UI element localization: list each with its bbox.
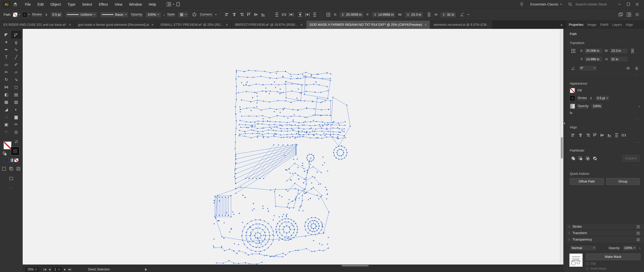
close-tab-icon[interactable]: ×: [425, 23, 427, 27]
appearance-opacity-link[interactable]: Opacity: [578, 104, 588, 108]
stroke-panel-header[interactable]: ◇ Stroke: [566, 223, 644, 230]
corners-chevron-icon[interactable]: [215, 14, 217, 15]
style-dropdown[interactable]: [178, 12, 189, 18]
menu-edit[interactable]: Edit: [34, 2, 47, 6]
width-tool[interactable]: ⋈: [2, 83, 11, 91]
tab-overflow-icon[interactable]: »: [558, 21, 565, 29]
transform-x-field[interactable]: 20.006 in: [584, 48, 603, 54]
minus-front-icon[interactable]: [577, 155, 584, 162]
dist-horiz-icon[interactable]: [281, 11, 287, 18]
close-tab-icon[interactable]: ×: [300, 23, 302, 27]
selection-tool[interactable]: ◤: [2, 31, 11, 38]
stroke-swatch[interactable]: [11, 147, 19, 155]
h-field[interactable]: 32 in: [440, 12, 456, 18]
none-button[interactable]: [14, 158, 19, 162]
arrange-documents-icon[interactable]: [166, 1, 172, 8]
panel-tab-layers[interactable]: Layers: [612, 23, 622, 27]
horizontal-scrollbar[interactable]: [23, 265, 563, 267]
draw-normal-icon[interactable]: [1, 165, 7, 172]
menu-icon[interactable]: [634, 11, 640, 18]
rotate-angle-dropdown[interactable]: 0°: [579, 65, 597, 71]
fill-swatch[interactable]: [3, 141, 12, 150]
hand-tool[interactable]: ☞: [2, 128, 11, 136]
document-tab-4[interactable]: 0BIFESTYPREVIEW.ai* @ 16.67% (RGB/...×: [232, 21, 306, 29]
rectangle-tool[interactable]: ▭: [2, 61, 11, 68]
fill-swatch-control[interactable]: [13, 12, 20, 17]
type-tool[interactable]: T: [2, 53, 11, 61]
panel-tab-properties[interactable]: Properties: [569, 23, 583, 27]
perspective-grid-tool[interactable]: ▤: [11, 91, 21, 98]
link-dimensions-icon[interactable]: [629, 47, 636, 54]
align-left-icon[interactable]: [224, 11, 230, 18]
menu-file[interactable]: File: [22, 2, 34, 6]
group-button[interactable]: Group: [606, 178, 640, 185]
menu-view[interactable]: View: [111, 2, 126, 6]
blend-mode-dropdown[interactable]: Normal: [569, 245, 597, 251]
close-button[interactable]: [633, 1, 641, 8]
line-segment-tool[interactable]: ╱: [11, 53, 21, 61]
transparency-opacity-field[interactable]: 100%: [622, 245, 637, 251]
vertical-scrollbar[interactable]: [560, 29, 563, 265]
appearance-stroke-swatch[interactable]: [570, 96, 575, 101]
object-thumbnail[interactable]: [569, 253, 583, 267]
default-fill-stroke-icon[interactable]: [3, 152, 7, 156]
stack-icon[interactable]: [617, 11, 624, 18]
stroke-chevron-icon[interactable]: [28, 14, 30, 15]
exclude-icon[interactable]: [591, 155, 598, 162]
lasso-tool[interactable]: ϱ: [11, 38, 21, 46]
gradient-tool[interactable]: ▧: [11, 98, 21, 106]
appearance-fill-swatch[interactable]: [570, 88, 575, 93]
close-tab-icon[interactable]: ×: [226, 23, 228, 27]
vertical-scrollbar-thumb[interactable]: [561, 137, 563, 158]
canvas[interactable]: [23, 29, 563, 265]
gradient-button[interactable]: [9, 158, 13, 162]
panel-dock-spine[interactable]: [563, 29, 565, 272]
style-link[interactable]: Style:: [167, 12, 176, 17]
menu-effect[interactable]: Effect: [95, 2, 111, 6]
mesh-tool[interactable]: ▦: [2, 98, 11, 106]
menu-window[interactable]: Window: [126, 2, 145, 6]
stroke-weight-stepper[interactable]: [46, 13, 47, 16]
artwork-svg[interactable]: [209, 68, 351, 265]
align-right-icon[interactable]: [584, 132, 591, 138]
dist-space-h-icon[interactable]: [304, 11, 311, 18]
offset-path-button[interactable]: Offset Path: [570, 178, 604, 185]
close-tab-icon[interactable]: ×: [151, 23, 154, 27]
make-mask-button[interactable]: Make Mask: [586, 253, 640, 260]
menu-select[interactable]: Select: [79, 2, 96, 6]
menu-help[interactable]: Help: [145, 2, 159, 6]
align-bottom-icon[interactable]: [606, 132, 613, 138]
fill-chevron-icon[interactable]: [19, 14, 20, 15]
align-left-icon[interactable]: [570, 132, 577, 138]
workspace-switcher[interactable]: Essentials Classic: [530, 2, 562, 6]
eyedropper-tool[interactable]: ◢: [2, 106, 11, 113]
document-tab-1[interactable]: EX RIDER AND CASE 521 and car trace.ai*×: [0, 21, 75, 29]
arrange-documents-chevron-icon[interactable]: [173, 4, 174, 5]
flip-vertical-icon[interactable]: [633, 65, 640, 71]
stock-search[interactable]: Search Adobe Stock: [567, 1, 607, 8]
unite-icon[interactable]: [570, 155, 577, 162]
document-panel-icon[interactable]: [175, 1, 182, 8]
transform-panel-header[interactable]: ◇ Transform: [566, 230, 644, 236]
dist-vert-icon[interactable]: [311, 11, 318, 18]
opacity-link[interactable]: Opacity:: [131, 12, 143, 17]
align-top-icon[interactable]: [245, 11, 252, 18]
opacity-options-chevron-icon[interactable]: ›: [639, 104, 640, 108]
paintbrush-tool[interactable]: ✐: [11, 61, 21, 68]
status-play-icon[interactable]: [142, 266, 149, 272]
y-field[interactable]: 14.9958 in: [371, 12, 396, 18]
constrain-proportions-icon[interactable]: [426, 11, 432, 18]
zoom-tool[interactable]: ◎: [11, 128, 21, 136]
flip-horizontal-icon[interactable]: [624, 65, 631, 71]
previous-artboard-icon[interactable]: [47, 267, 52, 271]
panel-collapse-icon[interactable]: [562, 121, 566, 125]
dist-space-v-icon[interactable]: [297, 11, 303, 18]
clip-checkbox[interactable]: [586, 262, 589, 265]
lightbulb-icon[interactable]: [519, 1, 525, 8]
fx-button[interactable]: fx.: [570, 111, 573, 115]
menu-object[interactable]: Object: [47, 2, 64, 6]
next-artboard-icon[interactable]: [62, 267, 67, 271]
color-button[interactable]: [4, 158, 8, 162]
panel-tab-align[interactable]: Align: [626, 23, 633, 27]
free-transform-tool[interactable]: ◻: [11, 83, 21, 91]
